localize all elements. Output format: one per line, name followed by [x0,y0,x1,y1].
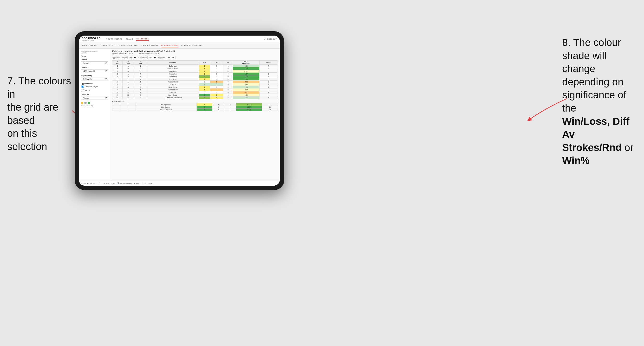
nav-committee[interactable]: COMMITTEE [136,37,149,41]
td-rounds [259,88,278,91]
subnav-player-h2h-grid[interactable]: PLAYER H2H GRID [161,44,178,47]
ood-td-win: 1 [196,103,212,106]
td-opponent: Federica Domecq Lacroze [147,96,199,99]
td-div: 18 [112,91,122,94]
toolbar-undo[interactable]: ↩ [81,182,82,184]
sidebar-radio-group: Opponents Played Top 100 [81,85,108,92]
table-row: 19 10 6 Emily Chang 4 1 0 0.30 11 [112,94,278,96]
td-opponent: Heejo Hyun [147,78,199,81]
td-div: 14 [112,83,122,86]
subnav-team-h2h-heatmap[interactable]: TEAM H2H HEATMAP [118,44,138,47]
td-conf: 1 [134,65,147,67]
legend-down-label: Down [81,105,84,107]
td-reg: 6 [122,75,134,78]
sidebar-radio-top100[interactable]: Top 100 [81,89,108,92]
ood-td-diff: 4.500 [236,103,262,106]
right-annotation-line4: significance of the [562,89,626,114]
bottom-toolbar: ↩ ↪ ↩ ⊞ ✂ · ⏱ 👁 View: Original 💾 Save Cu… [79,180,280,186]
main-content: Last Updated: 27/03/2024 16:55:38 Player… [79,49,280,180]
toolbar-grid2[interactable]: ⊞ [145,182,146,184]
ood-td-spacer [120,103,128,106]
table-row: 20 11 7 Federica Domecq Lacroze 2 1 0 1.… [112,96,278,99]
nav-tournaments[interactable]: TOURNAMENTS [106,37,122,41]
table-row: 9 1 4 Sharon Mun 1 0 0 3.67 3 [112,73,278,75]
overall-record-text: Overall Record: [112,53,124,55]
toolbar-undo2[interactable]: ↩ [87,182,89,184]
right-annotation-line1: 8. The colour [562,37,621,48]
sidebar-division-select[interactable]: NCAA Division III [81,69,108,73]
toolbar-save-custom[interactable]: 💾 Save Custom View [117,182,132,184]
sidebar-player-rank-select[interactable]: 8. Katelyn Vo [81,77,108,81]
toolbar-grid[interactable]: ⊞ [90,182,92,184]
nav-links: TOURNAMENTS TEAMS COMMITTEE [106,37,149,41]
toolbar-watch[interactable]: 👁 Watch [134,182,140,184]
sign-out-link[interactable]: Sign out [266,37,277,41]
sidebar-radio-opponents-label: Opponents Played [85,86,98,88]
tablet-device: SCOREBOARD Powered by clippd TOURNAMENTS… [75,31,284,190]
region-select[interactable]: (All) [127,56,137,59]
td-rounds: 4 [259,86,278,88]
td-conf: 6 [134,94,147,96]
sidebar-colour-by-select[interactable]: Win/loss [81,96,108,100]
sidebar-opponent-view-label: Opponent view [81,83,108,84]
right-arrow [526,96,569,125]
toolbar-crop[interactable]: ⊡ [142,182,144,184]
toolbar-clock[interactable]: ⏱ [98,182,100,184]
grid-area: Katelyn Vo Head-to-Head Grid for Women's… [110,49,280,180]
td-conf: 3 [134,70,147,73]
td-conf: 7 [134,96,147,99]
td-reg: 1 [122,88,134,91]
td-reg: 1 [122,73,134,75]
ood-table-body: Foreign Team 1 0 0 4.500 2 NAIA Division… [112,103,278,111]
toolbar-share[interactable]: Share [148,182,152,184]
legend-labels: Down Level Up [81,105,108,107]
ood-td-rounds: 2 [262,103,278,106]
legend-dot-up [88,102,90,104]
subnav-player-h2h-heatmap[interactable]: PLAYER H2H HEATMAP [181,44,203,47]
nav-teams[interactable]: TEAMS [126,37,133,41]
overall-record-label: Overall Record: 353 - 34 - 6 [112,53,133,55]
td-diff: 4.00 [233,75,259,78]
table-row: 14 7 4 Eunice Yi 2 2 0 0.38 9 [112,83,278,86]
sidebar-gender-select[interactable]: Women's [81,61,108,65]
td-tie: 0 [223,73,233,75]
toolbar-view-original[interactable]: 👁 View: Original [104,182,115,184]
td-reg: 7 [122,83,134,86]
td-div: 11 [112,78,122,81]
td-loss: 0 [210,67,224,70]
ood-td-spacer [112,103,120,106]
opponent-select[interactable]: (All) [166,56,176,59]
opponent-label: Opponent [158,57,166,58]
sidebar-player-rank-label: Player (Rank) [81,75,108,76]
toolbar-cut[interactable]: ✂ [94,182,95,184]
left-annotation-line2: the grid are based [7,101,58,126]
subnav-team-summary[interactable]: TEAM SUMMARY [82,44,98,47]
toolbar-dot[interactable]: · [96,182,97,184]
division-record-label: Division Record: 331 - 34 - 6 [138,53,159,55]
sidebar-player-section: Player [81,55,108,57]
ood-td-diff: 9.267 [236,106,262,108]
conference-filter-group: Conference (All) [138,56,157,59]
sidebar-radio-opponents-input[interactable] [81,85,84,88]
th-diff: Diff AvStrokes/Rnd [233,61,259,65]
subnav-team-h2h-grid[interactable]: TEAM H2H GRID [100,44,116,47]
td-tie: 0 [223,88,233,91]
logo-text: SCOREBOARD [82,37,100,40]
td-tie: 0 [223,94,233,96]
td-win: 0 [199,91,210,94]
subnav-player-summary[interactable]: PLAYER SUMMARY [140,44,158,47]
sidebar-radio-opponents[interactable]: Opponents Played [81,85,108,88]
conference-select[interactable]: (All) [147,56,157,59]
td-tie: 0 [223,83,233,86]
ood-td-spacer [112,108,120,111]
td-loss: 1 [210,94,224,96]
td-tie: 0 [223,91,233,94]
td-reg: 1 [122,81,134,83]
sidebar-radio-top100-input[interactable] [81,89,84,92]
td-diff: -0.94 [233,88,259,91]
table-row: 6 3 3 Sydney Kuo 1 0 0 -1.00 [112,70,278,73]
td-div: 10 [112,75,122,78]
td-opponent: Sydney Kuo [147,70,199,73]
nav-bar: SCOREBOARD Powered by clippd TOURNAMENTS… [79,36,280,43]
toolbar-redo[interactable]: ↪ [84,182,86,184]
